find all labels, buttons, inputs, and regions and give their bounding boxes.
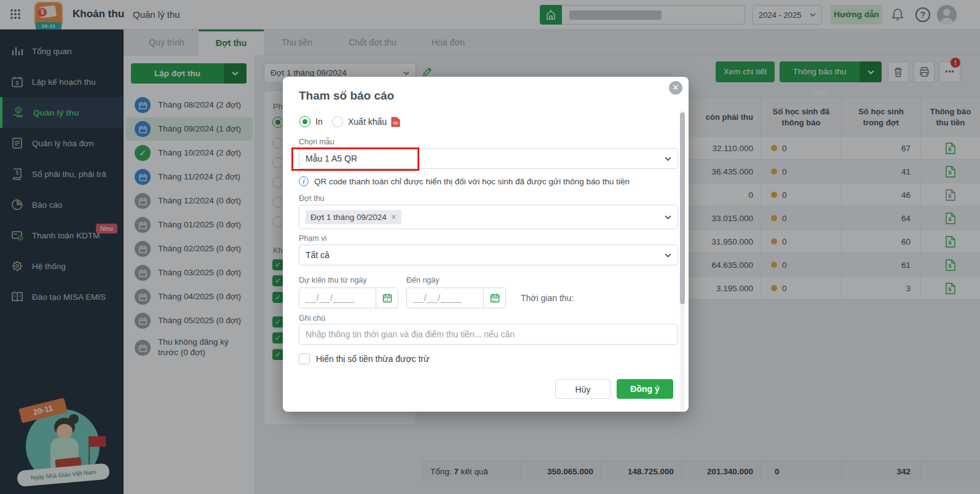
cancel-button[interactable]: Hủy <box>555 379 611 399</box>
batch-label: Đợt thu <box>299 194 325 203</box>
calendar-icon[interactable] <box>376 288 398 308</box>
note-input[interactable] <box>299 324 678 345</box>
export-file-icon <box>391 117 400 127</box>
modal-title: Tham số báo cáo <box>299 89 394 103</box>
qr-info-note: i QR code thanh toán chỉ được hiển thị đ… <box>299 176 630 186</box>
template-label: Chọn mẫu <box>299 138 334 146</box>
radio-print[interactable]: In <box>299 116 323 127</box>
info-icon: i <box>299 176 309 186</box>
scope-select[interactable]: Tất cả <box>299 245 678 265</box>
radio-icon <box>332 116 343 127</box>
note-label: Ghi chú <box>299 314 325 323</box>
report-params-modal: ✕ Tham số báo cáo In Xuất khẩu Chọn mẫu … <box>283 77 689 412</box>
checkbox-icon <box>299 353 310 364</box>
scope-label: Phạm vi <box>299 234 326 243</box>
app-window: $ 20-11 Khoản thu Quản lý thu 2024 - 202… <box>0 0 980 494</box>
to-date-label: Đến ngày <box>406 276 440 284</box>
from-date-input[interactable]: __/__/____ <box>299 288 398 308</box>
close-icon[interactable]: ✕ <box>669 81 682 95</box>
to-date-input[interactable]: __/__/____ <box>406 288 506 308</box>
radio-export[interactable]: Xuất khẩu <box>332 116 400 127</box>
batch-tag[interactable]: Đợt 1 tháng 09/2024 ✕ <box>306 210 401 224</box>
modal-scrollbar[interactable] <box>680 111 685 410</box>
remove-tag-icon[interactable]: ✕ <box>391 213 397 221</box>
radio-icon <box>299 116 310 127</box>
calendar-icon[interactable] <box>483 288 505 308</box>
collect-time-label: Thời gian thu: <box>521 293 574 303</box>
scope-select-value: Tất cả <box>306 250 330 260</box>
from-date-label: Dự kiến thu từ ngày <box>299 276 367 284</box>
scrollbar-thumb[interactable] <box>680 112 685 304</box>
batch-multiselect[interactable]: Đợt 1 tháng 09/2024 ✕ <box>299 205 678 229</box>
highlight-annotation-box <box>291 147 419 171</box>
show-excess-checkbox[interactable]: Hiển thị số tiền thừa được trừ <box>299 353 429 364</box>
ok-button[interactable]: Đồng ý <box>617 379 673 399</box>
